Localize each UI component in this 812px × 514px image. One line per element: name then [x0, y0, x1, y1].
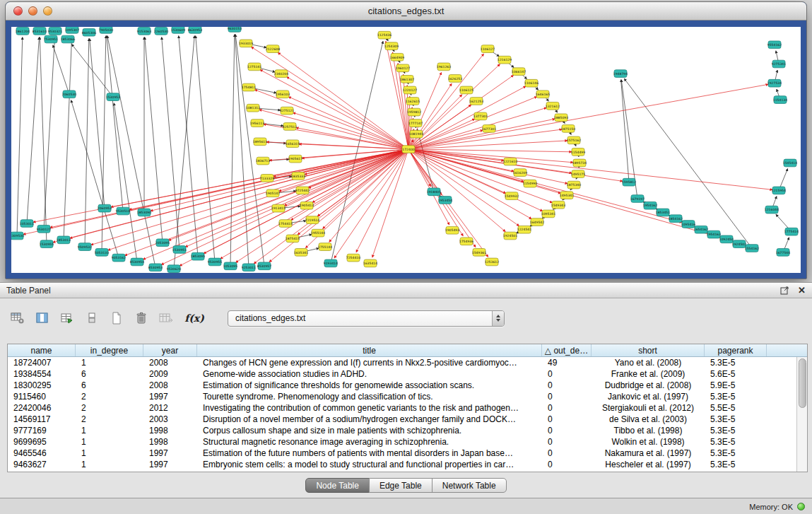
graph-node[interactable]	[560, 192, 573, 199]
graph-node[interactable]	[504, 232, 517, 240]
function-builder-button[interactable]: f(x)	[183, 310, 206, 326]
zoom-window-button[interactable]	[43, 6, 52, 16]
graph-node[interactable]	[546, 102, 559, 110]
graph-node[interactable]	[292, 173, 305, 180]
graph-node[interactable]	[107, 93, 119, 101]
graph-node[interactable]	[240, 40, 252, 47]
graph-node[interactable]	[785, 228, 798, 235]
graph-node[interactable]	[682, 221, 695, 228]
graph-node[interactable]	[248, 63, 261, 71]
graph-node[interactable]	[83, 28, 95, 36]
graph-node[interactable]	[555, 114, 567, 122]
graph-node[interactable]	[138, 27, 151, 35]
graph-node[interactable]	[486, 258, 498, 266]
graph-node[interactable]	[449, 75, 461, 83]
citation-edge[interactable]	[71, 100, 119, 258]
graph-node[interactable]	[518, 226, 531, 233]
graph-node[interactable]	[300, 201, 313, 209]
graph-node[interactable]	[189, 27, 201, 33]
graph-node[interactable]	[289, 155, 302, 163]
citation-edge[interactable]	[71, 44, 113, 97]
graph-node[interactable]	[16, 27, 29, 35]
graph-node[interactable]	[657, 209, 669, 216]
graph-node[interactable]	[695, 226, 707, 233]
citation-edge[interactable]	[174, 36, 194, 269]
select-all-button[interactable]	[59, 310, 75, 326]
table-row[interactable]: 977716911998Corpus callosum shape and si…	[8, 425, 807, 436]
graph-node[interactable]	[536, 90, 549, 98]
column-header-4[interactable]: △ out_de…	[542, 344, 592, 356]
graph-node[interactable]	[295, 248, 307, 256]
import-table-button[interactable]	[158, 310, 174, 326]
delete-table-button[interactable]	[134, 310, 149, 326]
graph-node[interactable]	[261, 175, 273, 182]
citation-edge[interactable]	[40, 37, 47, 245]
graph-node[interactable]	[669, 215, 682, 223]
citation-edge[interactable]	[621, 80, 629, 182]
table-row[interactable]: 1830029562008Estimation of significance …	[8, 380, 807, 391]
hub-citation-edge[interactable]	[204, 149, 408, 254]
graph-node[interactable]	[777, 248, 789, 256]
column-header-0[interactable]: name	[8, 344, 76, 356]
hub-citation-edge[interactable]	[408, 86, 526, 149]
new-table-button[interactable]	[109, 310, 124, 326]
graph-node[interactable]	[78, 243, 91, 251]
graph-node[interactable]	[531, 218, 543, 226]
hub-citation-edge[interactable]	[251, 47, 408, 149]
tab-network-table[interactable]: Network Table	[432, 478, 507, 493]
graph-node[interactable]	[498, 56, 511, 64]
graph-node[interactable]	[247, 104, 259, 112]
scrollbar-thumb[interactable]	[799, 358, 806, 408]
graph-node[interactable]	[117, 207, 129, 215]
graph-node[interactable]	[364, 259, 377, 267]
hub-citation-edge[interactable]	[220, 149, 408, 259]
column-header-6[interactable]: pagerank	[705, 344, 767, 356]
graph-node[interactable]	[100, 27, 112, 33]
hub-citation-edge[interactable]	[53, 149, 408, 243]
graph-node[interactable]	[208, 258, 221, 266]
graph-node[interactable]	[623, 178, 635, 186]
graph-node[interactable]	[572, 148, 584, 156]
close-panel-icon[interactable]: ✕	[798, 286, 806, 295]
graph-node[interactable]	[768, 41, 781, 49]
graph-node[interactable]	[552, 201, 565, 209]
citation-edge[interactable]	[44, 37, 55, 229]
graph-node[interactable]	[774, 96, 787, 104]
graph-node[interactable]	[275, 70, 288, 78]
graph-node[interactable]	[138, 209, 151, 216]
graph-node[interactable]	[276, 90, 289, 98]
table-row[interactable]: 946362711997Embryonic stem cells: a mode…	[8, 459, 807, 470]
graph-node[interactable]	[224, 262, 237, 270]
graph-node[interactable]	[567, 181, 580, 189]
graph-node[interactable]	[149, 264, 162, 271]
float-panel-icon[interactable]	[780, 286, 789, 295]
citation-edge[interactable]	[27, 37, 39, 223]
graph-node[interactable]	[446, 226, 459, 234]
graph-node[interactable]	[173, 246, 186, 254]
graph-node[interactable]	[155, 27, 167, 35]
citation-edge[interactable]	[107, 36, 123, 211]
table-panel-header[interactable]: Table Panel ✕	[0, 283, 812, 298]
graph-node[interactable]	[33, 27, 46, 35]
graph-node[interactable]	[473, 248, 486, 256]
graph-node[interactable]	[504, 158, 517, 165]
hub-citation-edge[interactable]	[372, 149, 408, 257]
table-row[interactable]: 946554611997Estimation of the future num…	[8, 448, 807, 459]
graph-node[interactable]	[57, 236, 70, 244]
graph-node[interactable]	[514, 169, 526, 177]
graph-node[interactable]	[481, 45, 494, 53]
graph-node[interactable]	[266, 189, 279, 197]
graph-node[interactable]	[251, 119, 264, 127]
citation-edge[interactable]	[114, 103, 137, 262]
hub-citation-edge[interactable]	[259, 110, 408, 149]
graph-node[interactable]	[401, 76, 413, 83]
graph-node[interactable]	[772, 60, 785, 68]
graph-node[interactable]	[410, 130, 423, 138]
tab-node-table[interactable]: Node Table	[305, 478, 370, 493]
graph-node[interactable]	[524, 180, 536, 187]
citation-edge[interactable]	[85, 39, 89, 247]
citation-edge[interactable]	[64, 36, 72, 240]
graph-node[interactable]	[385, 42, 398, 50]
hub-citation-edge[interactable]	[408, 149, 572, 152]
graph-node[interactable]	[37, 225, 50, 233]
